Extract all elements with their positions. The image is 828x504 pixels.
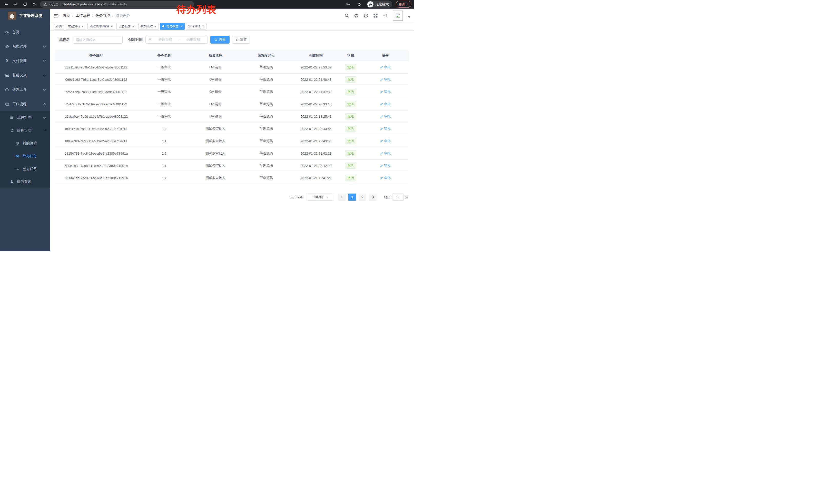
search-icon[interactable]: [344, 13, 349, 18]
close-icon[interactable]: ×: [111, 25, 113, 28]
approve-link[interactable]: 审批: [380, 89, 391, 94]
page-unit-label: 页: [405, 195, 409, 199]
cell-starter: 芋道源码: [240, 98, 293, 110]
browser-forward-icon[interactable]: [12, 1, 19, 8]
approve-link[interactable]: 审批: [380, 163, 391, 168]
browser-refresh-icon[interactable]: [21, 1, 29, 8]
approve-link[interactable]: 审批: [380, 65, 391, 70]
breadcrumb-home[interactable]: 首页: [63, 13, 70, 18]
cell-task-name: 1.2: [137, 172, 191, 184]
goto-page-input[interactable]: [392, 193, 404, 201]
tab-home[interactable]: 首页: [54, 23, 65, 30]
browser-menu-icon[interactable]: [408, 3, 409, 6]
table-row: 73211d9d-7b9b-11ec-b5b7-acde48001122 一级审…: [55, 61, 409, 73]
page-button-1[interactable]: 1: [348, 193, 356, 201]
search-button[interactable]: 搜索: [210, 36, 230, 44]
tab-my-process[interactable]: 我的流程×: [138, 23, 159, 30]
approve-link[interactable]: 审批: [380, 77, 391, 82]
font-size-icon[interactable]: [383, 13, 388, 18]
breadcrumb-task-mgmt[interactable]: 任务管理: [96, 13, 110, 18]
close-icon[interactable]: ×: [132, 25, 135, 28]
cell-task-name: 一级审批: [137, 110, 191, 123]
breadcrumb-workflow[interactable]: 工作流程: [76, 13, 90, 18]
browser-home-icon[interactable]: [30, 1, 38, 8]
cell-task-name: 1.2: [137, 147, 191, 159]
sidebar-item-my-process[interactable]: 我的流程: [0, 137, 50, 150]
security-indicator[interactable]: 不安全: [44, 2, 58, 7]
cell-starter: 芋道源码: [240, 123, 293, 135]
fullscreen-icon[interactable]: [373, 13, 378, 18]
password-key-icon[interactable]: [344, 1, 352, 8]
approve-link[interactable]: 审批: [380, 139, 391, 143]
reset-button[interactable]: 重置: [232, 36, 250, 44]
github-icon[interactable]: [354, 13, 359, 18]
bookmark-star-icon[interactable]: [355, 1, 363, 8]
total-count: 共 16 条: [291, 195, 303, 199]
cell-task-id: 069c6a63-7b8a-11ec-8ef0-acde48001122: [55, 73, 137, 86]
close-icon[interactable]: ×: [82, 25, 84, 28]
chevron-down-icon: [43, 116, 46, 119]
sidebar-collapse-icon[interactable]: [54, 13, 59, 18]
status-badge: 激活: [345, 126, 356, 132]
status-badge: 激活: [345, 138, 356, 144]
col-actions: 操作: [362, 50, 409, 61]
tab-process-detail[interactable]: 流程详情×: [186, 23, 206, 30]
process-name-input[interactable]: [73, 36, 123, 44]
sidebar-item-infra[interactable]: 基础设施: [0, 68, 50, 83]
cell-task-id: 75d72608-7b7f-11ec-a3c8-acde48001122: [55, 98, 137, 110]
close-icon[interactable]: ×: [180, 25, 182, 28]
broken-image-icon: [395, 13, 401, 18]
approve-link[interactable]: 审批: [380, 151, 391, 155]
sidebar-item-todo-tasks[interactable]: 待办任务: [0, 150, 50, 163]
tab-start-process[interactable]: 发起流程×: [66, 23, 86, 30]
next-page-button[interactable]: [369, 193, 377, 201]
sidebar-item-task-mgmt[interactable]: 任务管理: [0, 124, 50, 137]
approve-link[interactable]: 审批: [380, 102, 391, 106]
cell-task-id: 580e1b3d-7ac8-11ec-a9e2-a2380e71991a: [55, 159, 137, 172]
prev-page-button[interactable]: [338, 193, 346, 201]
page-button-2[interactable]: 2: [359, 193, 366, 201]
sidebar-item-process-mgmt[interactable]: 流程管理: [0, 111, 50, 124]
divider: [60, 2, 61, 6]
tab-todo-tasks[interactable]: 待办任务×: [160, 23, 185, 30]
browser-back-icon[interactable]: [3, 1, 10, 8]
table-body: 73211d9d-7b9b-11ec-b5b7-acde48001122 一级审…: [55, 61, 409, 184]
sidebar-item-workflow[interactable]: 工作流程: [0, 97, 50, 111]
cell-task-name: 1.1: [137, 135, 191, 147]
help-icon[interactable]: [364, 13, 368, 18]
sidebar-item-home[interactable]: 首页: [0, 25, 50, 40]
sidebar-menu: 首页 系统管理 ¥ 支付管理 基础设施: [0, 22, 50, 188]
sidebar-item-done-tasks[interactable]: 已办任务: [0, 163, 50, 175]
chevron-up-icon: [43, 130, 46, 132]
close-icon[interactable]: ×: [154, 25, 157, 28]
chevron-down-icon: [326, 196, 328, 198]
approve-link[interactable]: 审批: [380, 114, 391, 119]
goto-label: 前往: [384, 195, 390, 199]
avatar-dropdown-caret-icon[interactable]: [408, 16, 410, 18]
tags-view: 首页 发起流程× 流程表单-编辑× 已办任务× 我的流程× 待办任务× 流程详情…: [50, 22, 414, 31]
chevron-down-icon: [43, 59, 46, 62]
cell-task-name: 1.1: [137, 159, 191, 172]
flow-icon: [9, 129, 15, 133]
sidebar-item-devtools[interactable]: 研发工具: [0, 83, 50, 97]
app-logo[interactable]: 芋道管理系统: [0, 9, 50, 22]
approve-link[interactable]: 审批: [380, 176, 391, 180]
cell-starter: 芋道源码: [240, 172, 293, 184]
status-badge: 激活: [345, 150, 356, 156]
sidebar-item-system[interactable]: 系统管理: [0, 40, 50, 54]
address-bar[interactable]: 不安全 dashboard.yudao.iocoder.cn/bpm/task/…: [40, 1, 194, 8]
approve-link[interactable]: 审批: [380, 126, 391, 131]
sidebar-item-payment[interactable]: ¥ 支付管理: [0, 54, 50, 68]
close-icon[interactable]: ×: [202, 25, 204, 28]
dashboard-icon: [4, 30, 10, 34]
tab-done-tasks[interactable]: 已办任务×: [117, 23, 137, 30]
tab-form-edit[interactable]: 流程表单-编辑×: [87, 23, 115, 30]
end-date-placeholder: 结束日期: [181, 37, 205, 42]
page-size-select[interactable]: 10条/页: [307, 193, 333, 201]
avatar[interactable]: [393, 10, 403, 21]
status-badge: 激活: [345, 89, 356, 95]
sidebar-item-leave-query[interactable]: 请假查询: [0, 175, 50, 188]
cell-task-id: 58154733-7ac8-11ec-a9e2-a2380e71991a: [55, 147, 137, 159]
date-range-picker[interactable]: 开始日期 - 结束日期: [146, 36, 208, 44]
browser-update-button[interactable]: 更新: [396, 1, 412, 8]
